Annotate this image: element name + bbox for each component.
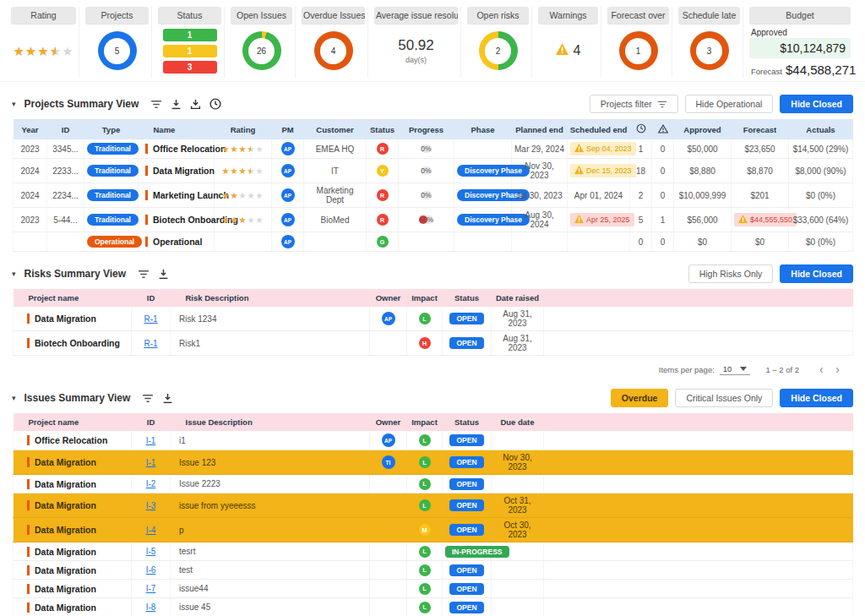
status-badge: OPEN: [449, 456, 483, 468]
collapse-caret-icon[interactable]: ▾: [12, 100, 16, 108]
project-row[interactable]: 20235-44...TraditionalBiotech Onboarding…: [14, 208, 853, 232]
status-dot-l: L: [419, 546, 431, 558]
rating-stars: ★★★★★★★★★★: [222, 192, 264, 200]
status-dot-y: Y: [377, 165, 389, 177]
issue-row[interactable]: Data MigrationI-4pMOPENOct 30, 2023: [14, 518, 853, 542]
kpi-card-rating: Rating★★★★★★★★★★: [8, 7, 79, 78]
issue-status: OPEN: [443, 561, 492, 580]
issue-id-link[interactable]: I-6: [146, 565, 156, 575]
issue-description: Issue 2223: [171, 475, 370, 493]
issue-project-label: Data Migration: [27, 457, 96, 467]
issue-row[interactable]: Data MigrationI-2Issue 2223LOPEN: [14, 475, 853, 493]
issue-id-link[interactable]: I-7: [146, 584, 156, 593]
column-header: Forecast: [732, 119, 789, 139]
project-name-label: Data Migration: [145, 166, 215, 176]
issue-id-link[interactable]: I-3: [146, 501, 156, 510]
risk-row[interactable]: Data MigrationR-1Risk 1234APLOPENAug 31,…: [14, 307, 853, 331]
risk-impact: L: [407, 307, 443, 331]
project-phase: Discovery Phase: [454, 159, 512, 183]
items-per-page-select[interactable]: 10: [720, 363, 751, 375]
issue-row[interactable]: Data MigrationI-5tesrtLIN-PROGRESS: [14, 542, 853, 561]
project-progress: 0%: [399, 139, 454, 159]
download-icon[interactable]: [158, 269, 169, 280]
status-dot-l: L: [419, 456, 431, 468]
project-forecast: $23,650: [732, 139, 789, 159]
project-forecast: $201: [732, 183, 789, 208]
issue-status: OPEN: [443, 598, 492, 616]
project-name: Data Migration: [139, 159, 215, 183]
issue-id-link[interactable]: I-2: [146, 479, 156, 488]
avatar: AP: [281, 164, 295, 177]
project-name: Office Relocation: [139, 139, 215, 159]
issue-id-link[interactable]: I-5: [146, 547, 156, 556]
project-row[interactable]: 20242233...TraditionalData Migration★★★★…: [14, 159, 853, 183]
filter-icon[interactable]: [138, 270, 150, 279]
project-warning-count: 0: [652, 159, 674, 183]
risk-id-link[interactable]: R-1: [144, 314, 157, 324]
issue-id-link[interactable]: I-4: [146, 526, 156, 535]
issue-project-name: Data Migration: [14, 475, 132, 493]
issues-section-bar: ▾ Issues Summary View Overdue Critical I…: [0, 386, 865, 410]
issue-id-link[interactable]: I-8: [146, 602, 156, 612]
warning-triangle-icon: [574, 144, 584, 154]
issue-id-link[interactable]: I-1: [146, 458, 156, 467]
issue-row[interactable]: Data MigrationI-3issue from yyeeesssLOPE…: [14, 493, 853, 518]
status-bar-green: 1: [163, 29, 217, 41]
issue-row[interactable]: Office RelocationI-1i1APLOPEN: [14, 431, 853, 450]
collapse-caret-icon[interactable]: ▾: [12, 270, 16, 278]
critical-issues-only-button[interactable]: Critical Issues Only: [675, 389, 773, 407]
project-row[interactable]: 20242234...TraditionalMarketing Launch★★…: [14, 183, 853, 208]
column-header: ID: [132, 289, 171, 307]
risk-impact: H: [407, 331, 443, 356]
project-scheduled-end: Apr 25, 2025: [568, 208, 630, 232]
project-row[interactable]: OperationalOperationalAPG00$0$0$0 (0%): [14, 232, 853, 252]
issue-row[interactable]: Data MigrationI-7issue44LOPEN: [14, 580, 853, 598]
status-dot-g: G: [377, 236, 389, 248]
project-planned-end: [512, 232, 568, 252]
progress-label: 0%: [421, 144, 431, 153]
risk-status: OPEN: [443, 307, 492, 331]
issues-hide-closed-button[interactable]: Hide Closed: [780, 389, 853, 407]
issue-project-label: Data Migration: [27, 584, 96, 594]
risk-row[interactable]: Biotech OnboardingR-1Risk1HOPENAug 31, 2…: [14, 331, 853, 356]
risk-id: R-1: [132, 307, 171, 331]
export-icon[interactable]: [190, 99, 201, 110]
issue-owner: [370, 598, 407, 616]
project-status: Y: [367, 159, 399, 183]
filter-icon[interactable]: [150, 100, 162, 109]
download-icon[interactable]: [171, 99, 182, 110]
rating-stars-fill: ★★★★★: [222, 167, 252, 176]
next-page-chevron[interactable]: ›: [830, 363, 845, 376]
issue-row[interactable]: Data MigrationI-6testLOPEN: [14, 561, 853, 580]
hide-operational-button[interactable]: Hide Operational: [685, 95, 774, 113]
history-clock-icon[interactable]: [209, 98, 221, 110]
kpi-card-title: Open Issues: [231, 7, 292, 24]
kpi-card-overdue-issues: Overdue Issues4: [299, 7, 368, 78]
overdue-toggle-button[interactable]: Overdue: [611, 389, 669, 407]
issue-status: OPEN: [443, 493, 492, 518]
risk-id-link[interactable]: R-1: [144, 339, 157, 348]
kpi-unit: day(s): [405, 56, 427, 64]
project-type: Traditional: [84, 139, 139, 159]
project-phase: Discovery Phase: [454, 183, 512, 208]
issue-id-link[interactable]: I-1: [146, 436, 156, 445]
projects-filter-button[interactable]: Projects filter: [590, 95, 678, 113]
status-dot-l: L: [419, 564, 431, 576]
prev-page-chevron[interactable]: ‹: [814, 363, 829, 376]
kpi-donut-value: 1: [636, 46, 641, 56]
risks-hide-closed-button[interactable]: Hide Closed: [780, 264, 853, 283]
kpi-card-value: ★★★★★★★★★★: [11, 24, 76, 78]
projects-hide-closed-button[interactable]: Hide Closed: [780, 95, 853, 113]
issue-row[interactable]: Data MigrationI-1Issue 123TILOPENNov 30,…: [14, 450, 853, 475]
collapse-caret-icon[interactable]: ▾: [12, 394, 16, 402]
filter-icon[interactable]: [142, 394, 154, 403]
issue-project-name: Data Migration: [14, 598, 132, 616]
project-row[interactable]: 20233345...TraditionalOffice Relocation★…: [14, 139, 853, 159]
download-icon[interactable]: [162, 393, 173, 404]
issue-project-name: Data Migration: [14, 561, 132, 580]
column-header: Approved: [674, 119, 732, 139]
project-warning-count: 1: [652, 208, 674, 232]
issue-row[interactable]: Data MigrationI-8issue 45LOPEN: [14, 598, 853, 616]
high-risks-only-button[interactable]: High Risks Only: [688, 264, 774, 283]
issue-filler: [544, 598, 853, 616]
